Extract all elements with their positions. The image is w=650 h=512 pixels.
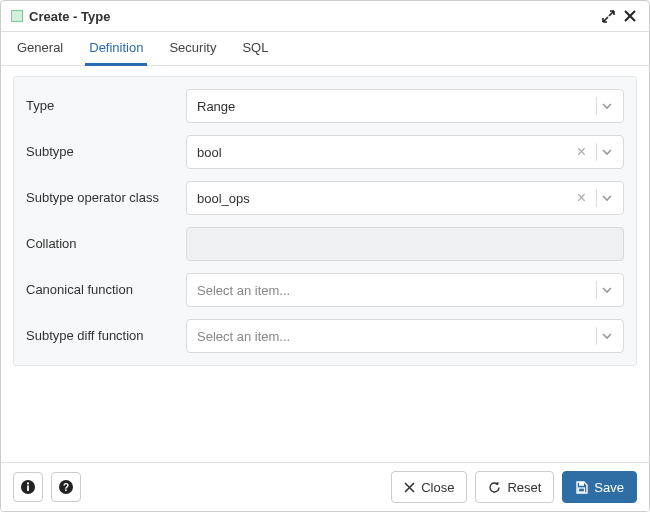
chevron-down-icon — [601, 146, 613, 158]
type-value: Range — [197, 99, 592, 114]
subtype-opclass-select[interactable]: bool_ops × — [186, 181, 624, 215]
close-icon[interactable] — [621, 7, 639, 25]
select-separator — [596, 189, 597, 207]
svg-text:?: ? — [63, 482, 69, 493]
collation-input — [186, 227, 624, 261]
chevron-down-icon — [601, 192, 613, 204]
subtype-select[interactable]: bool × — [186, 135, 624, 169]
reset-button[interactable]: Reset — [475, 471, 554, 503]
window-title: Create - Type — [29, 9, 595, 24]
label-subtype-opclass: Subtype operator class — [26, 190, 186, 207]
close-x-icon — [404, 482, 415, 493]
label-collation: Collation — [26, 236, 186, 253]
row-subtype-diff-fn: Subtype diff function Select an item... — [26, 319, 624, 353]
svg-rect-5 — [579, 482, 584, 486]
footer: ? Close Reset Save — [1, 462, 649, 511]
row-type: Type Range — [26, 89, 624, 123]
chevron-down-icon — [601, 100, 613, 112]
save-button[interactable]: Save — [562, 471, 637, 503]
subtype-opclass-value: bool_ops — [197, 191, 571, 206]
reset-icon — [488, 481, 501, 494]
type-icon — [11, 10, 23, 22]
row-subtype: Subtype bool × — [26, 135, 624, 169]
subtype-value: bool — [197, 145, 571, 160]
svg-point-2 — [27, 482, 29, 484]
close-button[interactable]: Close — [391, 471, 467, 503]
row-subtype-opclass: Subtype operator class bool_ops × — [26, 181, 624, 215]
label-type: Type — [26, 98, 186, 115]
tab-definition[interactable]: Definition — [85, 32, 147, 66]
canonical-fn-placeholder: Select an item... — [197, 283, 592, 298]
form-panel: Type Range Subtype bool × — [13, 76, 637, 366]
clear-icon[interactable]: × — [571, 144, 592, 160]
tab-general[interactable]: General — [13, 32, 67, 66]
save-label: Save — [594, 480, 624, 495]
reset-label: Reset — [507, 480, 541, 495]
label-subtype: Subtype — [26, 144, 186, 161]
row-collation: Collation — [26, 227, 624, 261]
svg-rect-1 — [27, 486, 29, 492]
tab-security[interactable]: Security — [165, 32, 220, 66]
expand-icon[interactable] — [599, 7, 617, 25]
content-area: Type Range Subtype bool × — [1, 66, 649, 462]
type-select[interactable]: Range — [186, 89, 624, 123]
select-separator — [596, 97, 597, 115]
label-subtype-diff-fn: Subtype diff function — [26, 328, 186, 345]
save-icon — [575, 481, 588, 494]
info-button[interactable] — [13, 472, 43, 502]
titlebar: Create - Type — [1, 1, 649, 32]
select-separator — [596, 281, 597, 299]
clear-icon[interactable]: × — [571, 190, 592, 206]
canonical-fn-select[interactable]: Select an item... — [186, 273, 624, 307]
select-separator — [596, 143, 597, 161]
subtype-diff-fn-placeholder: Select an item... — [197, 329, 592, 344]
subtype-diff-fn-select[interactable]: Select an item... — [186, 319, 624, 353]
label-canonical-fn: Canonical function — [26, 282, 186, 299]
select-separator — [596, 327, 597, 345]
chevron-down-icon — [601, 284, 613, 296]
chevron-down-icon — [601, 330, 613, 342]
row-canonical-fn: Canonical function Select an item... — [26, 273, 624, 307]
close-label: Close — [421, 480, 454, 495]
help-button[interactable]: ? — [51, 472, 81, 502]
tab-sql[interactable]: SQL — [238, 32, 272, 66]
tabs: General Definition Security SQL — [1, 32, 649, 66]
